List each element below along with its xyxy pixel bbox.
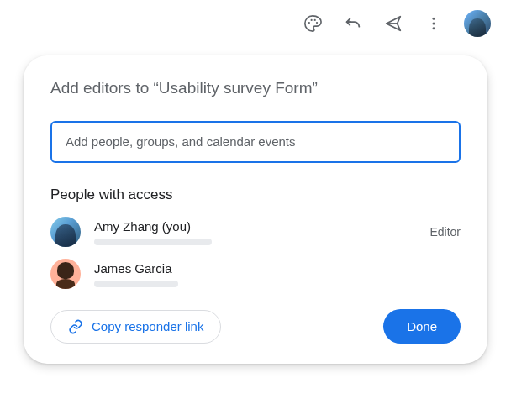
person-avatar xyxy=(50,259,81,289)
svg-point-3 xyxy=(316,22,318,24)
person-info: James Garcia xyxy=(94,261,461,287)
svg-point-7 xyxy=(433,27,435,29)
svg-point-6 xyxy=(433,23,435,25)
toolbar xyxy=(0,0,511,47)
people-access-heading: People with access xyxy=(50,186,461,203)
undo-icon[interactable] xyxy=(343,13,363,34)
svg-point-1 xyxy=(311,19,313,21)
copy-link-label: Copy responder link xyxy=(92,319,203,333)
add-people-input[interactable] xyxy=(66,134,445,149)
svg-point-2 xyxy=(314,19,316,21)
copy-responder-link-button[interactable]: Copy responder link xyxy=(50,310,221,344)
person-row: James Garcia xyxy=(50,259,461,289)
share-dialog: Add editors to “Usability survey Form” P… xyxy=(24,55,487,364)
person-name: James Garcia xyxy=(94,261,461,276)
person-info: Amy Zhang (you) xyxy=(94,219,416,245)
done-button[interactable]: Done xyxy=(383,309,461,344)
add-people-input-wrap[interactable] xyxy=(50,121,461,163)
more-icon[interactable] xyxy=(424,13,444,34)
svg-point-0 xyxy=(308,22,310,24)
palette-icon[interactable] xyxy=(303,13,323,34)
person-row: Amy Zhang (you) Editor xyxy=(50,217,461,247)
person-subtext-placeholder xyxy=(94,239,212,245)
person-name: Amy Zhang (you) xyxy=(94,219,416,234)
svg-point-5 xyxy=(433,18,435,20)
dialog-title: Add editors to “Usability survey Form” xyxy=(50,79,461,97)
person-subtext-placeholder xyxy=(94,281,178,287)
person-avatar xyxy=(50,217,81,247)
send-icon[interactable] xyxy=(383,13,403,34)
person-role: Editor xyxy=(429,225,461,239)
user-avatar[interactable] xyxy=(464,10,491,37)
dialog-footer: Copy responder link Done xyxy=(50,309,461,344)
link-icon xyxy=(68,319,83,334)
